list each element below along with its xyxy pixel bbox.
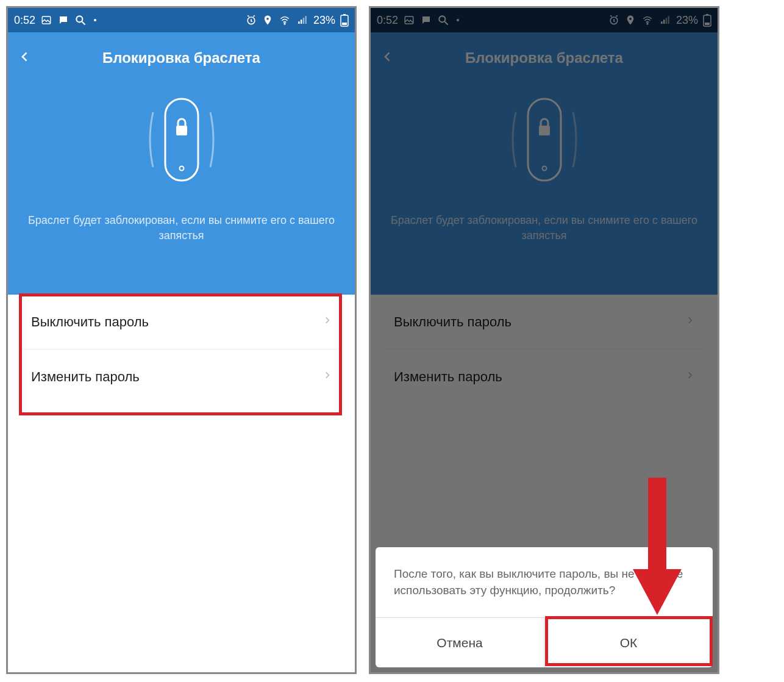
statusbar-time: 0:52 <box>14 14 35 27</box>
phone-screenshot-left: 0:52 23% <box>6 6 357 674</box>
chevron-right-icon <box>323 368 332 386</box>
cancel-button[interactable]: Отмена <box>376 618 544 667</box>
battery-icon <box>340 13 349 27</box>
ok-button[interactable]: ОК <box>544 618 713 667</box>
page-header: Блокировка браслета Браслет будет заблок… <box>8 32 355 295</box>
disable-password-label: Выключить пароль <box>31 314 149 330</box>
back-button[interactable] <box>19 48 31 68</box>
confirm-dialog: После того, как вы выключите пароль, вы … <box>376 547 713 667</box>
image-icon <box>40 15 52 26</box>
statusbar: 0:52 23% <box>8 8 355 32</box>
chevron-right-icon <box>323 314 332 331</box>
svg-rect-10 <box>176 126 187 135</box>
svg-point-11 <box>179 167 184 171</box>
dialog-message: После того, как вы выключите пароль, вы … <box>376 547 713 617</box>
more-icon <box>94 19 96 21</box>
svg-point-5 <box>284 23 285 24</box>
search-icon <box>74 14 87 26</box>
change-password-row[interactable]: Изменить пароль <box>20 350 343 404</box>
svg-point-4 <box>266 18 269 20</box>
location-icon <box>262 14 273 26</box>
wifi-icon <box>278 15 291 26</box>
signal-icon <box>296 15 308 26</box>
alarm-icon <box>245 14 257 26</box>
svg-line-2 <box>82 22 85 25</box>
page-title: Блокировка браслета <box>8 35 355 66</box>
svg-rect-9 <box>165 99 198 181</box>
disable-password-row[interactable]: Выключить пароль <box>20 295 343 350</box>
change-password-label: Изменить пароль <box>31 369 140 385</box>
svg-rect-7 <box>343 14 346 15</box>
phone-screenshot-right: 0:52 23% <box>369 6 719 674</box>
band-lock-illustration <box>8 66 355 213</box>
header-description: Браслет будет заблокирован, если вы сним… <box>8 213 355 243</box>
chat-icon <box>57 15 69 26</box>
battery-text: 23% <box>313 14 335 27</box>
svg-rect-8 <box>342 23 347 25</box>
svg-point-1 <box>76 16 82 22</box>
settings-list: Выключить пароль Изменить пароль <box>20 295 343 404</box>
